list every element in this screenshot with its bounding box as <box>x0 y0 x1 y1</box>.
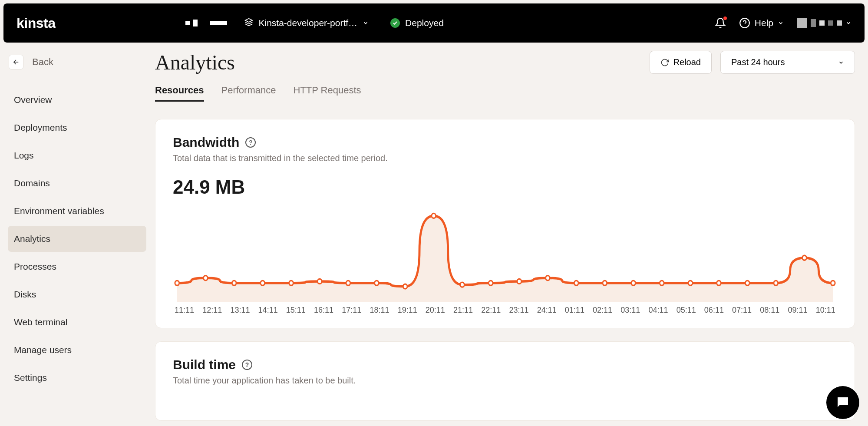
svg-point-22 <box>688 281 693 285</box>
svg-point-15 <box>488 281 493 285</box>
tabs: ResourcesPerformanceHTTP Requests <box>155 85 855 102</box>
svg-marker-0 <box>245 18 253 22</box>
x-tick: 05:11 <box>677 306 696 315</box>
chevron-down-icon <box>363 20 369 26</box>
sidebar-item-domains[interactable]: Domains <box>8 170 146 196</box>
svg-point-10 <box>346 281 350 285</box>
buildtime-card: Build time ? Total time your application… <box>155 341 855 421</box>
x-tick: 18:11 <box>370 306 389 315</box>
reload-icon <box>660 58 669 67</box>
chevron-down-icon <box>838 59 844 66</box>
svg-point-27 <box>831 281 835 285</box>
notification-dot <box>723 17 727 20</box>
back-label: Back <box>32 56 53 68</box>
svg-point-9 <box>317 279 322 284</box>
svg-point-21 <box>660 281 664 285</box>
svg-point-6 <box>232 281 236 285</box>
x-tick: 15:11 <box>286 306 306 315</box>
x-tick: 14:11 <box>258 306 278 315</box>
svg-point-24 <box>745 281 749 285</box>
chevron-down-icon <box>778 20 784 26</box>
x-tick: 04:11 <box>648 306 668 315</box>
reload-button[interactable]: Reload <box>650 51 712 74</box>
deploy-status-label: Deployed <box>405 18 444 28</box>
help-label: Help <box>755 18 773 28</box>
site-selector[interactable]: Kinsta-developer-portf… <box>244 18 369 29</box>
sidebar-item-analytics[interactable]: Analytics <box>8 226 146 252</box>
sidebar-item-settings[interactable]: Settings <box>8 365 146 391</box>
bandwidth-title: Bandwidth <box>173 135 239 150</box>
bandwidth-subtitle: Total data that is transmitted in the se… <box>173 153 837 163</box>
page-title: Analytics <box>155 50 235 74</box>
sidebar-item-processes[interactable]: Processes <box>8 254 146 280</box>
svg-point-7 <box>261 281 265 285</box>
x-tick: 21:11 <box>453 306 473 315</box>
time-range-label: Past 24 hours <box>731 57 785 67</box>
buildtime-subtitle: Total time your application has taken to… <box>173 376 837 386</box>
svg-point-17 <box>546 276 550 281</box>
svg-point-4 <box>175 281 179 285</box>
sidebar-item-deployments[interactable]: Deployments <box>8 115 146 141</box>
x-tick: 24:11 <box>537 306 557 315</box>
topbar: kinsta Kinsta-developer-portf… Deployed <box>3 3 865 43</box>
sidebar: Back OverviewDeploymentsLogsDomainsEnvir… <box>0 46 150 426</box>
svg-point-14 <box>460 282 465 287</box>
chevron-down-icon <box>845 20 851 26</box>
svg-point-12 <box>403 284 407 289</box>
x-tick: 11:11 <box>175 306 194 315</box>
svg-point-23 <box>717 281 721 285</box>
help-icon <box>739 17 750 29</box>
x-tick: 06:11 <box>704 306 724 315</box>
sidebar-item-disks[interactable]: Disks <box>8 281 146 307</box>
check-circle-icon <box>390 18 400 28</box>
sidebar-item-environment-variables[interactable]: Environment variables <box>8 198 146 224</box>
help-menu[interactable]: Help <box>739 17 784 29</box>
info-icon[interactable]: ? <box>242 360 252 370</box>
svg-point-19 <box>603 281 607 285</box>
time-range-select[interactable]: Past 24 hours <box>720 51 855 74</box>
x-tick: 22:11 <box>481 306 501 315</box>
x-tick: 19:11 <box>398 306 417 315</box>
x-tick: 23:11 <box>509 306 528 315</box>
svg-point-26 <box>802 255 807 260</box>
stack-icon <box>244 18 253 29</box>
reload-label: Reload <box>673 57 701 67</box>
svg-point-20 <box>631 281 636 285</box>
svg-point-5 <box>204 276 208 281</box>
tab-performance[interactable]: Performance <box>221 85 276 102</box>
back-button[interactable] <box>9 55 23 69</box>
x-tick: 02:11 <box>593 306 612 315</box>
x-tick: 01:11 <box>565 306 584 315</box>
tab-resources[interactable]: Resources <box>155 85 204 102</box>
chat-button[interactable] <box>826 386 859 419</box>
tab-http-requests[interactable]: HTTP Requests <box>293 85 361 102</box>
bandwidth-value: 24.9 MB <box>173 176 837 198</box>
x-tick: 03:11 <box>620 306 640 315</box>
buildtime-title: Build time <box>173 357 236 372</box>
x-tick: 09:11 <box>788 306 807 315</box>
svg-point-25 <box>774 281 778 285</box>
svg-point-18 <box>574 281 578 285</box>
svg-point-16 <box>517 279 521 284</box>
x-tick: 08:11 <box>760 306 779 315</box>
x-tick: 07:11 <box>732 306 752 315</box>
sidebar-item-logs[interactable]: Logs <box>8 142 146 168</box>
notifications-button[interactable] <box>715 17 726 29</box>
x-tick: 10:11 <box>816 306 835 315</box>
deploy-status: Deployed <box>390 18 444 28</box>
arrow-left-icon <box>12 58 20 66</box>
sidebar-item-web-terminal[interactable]: Web terminal <box>8 309 146 335</box>
sidebar-item-overview[interactable]: Overview <box>8 87 146 113</box>
sidebar-item-manage-users[interactable]: Manage users <box>8 337 146 363</box>
site-name: Kinsta-developer-portf… <box>258 18 357 28</box>
svg-point-13 <box>432 213 436 218</box>
context-indicator <box>185 20 227 26</box>
info-icon[interactable]: ? <box>245 137 256 148</box>
svg-point-8 <box>289 281 294 285</box>
x-tick: 16:11 <box>314 306 333 315</box>
bandwidth-card: Bandwidth ? Total data that is transmitt… <box>155 119 855 328</box>
chat-icon <box>835 395 851 410</box>
x-tick: 20:11 <box>426 306 445 315</box>
account-menu[interactable] <box>797 18 851 28</box>
x-tick: 12:11 <box>202 306 222 315</box>
